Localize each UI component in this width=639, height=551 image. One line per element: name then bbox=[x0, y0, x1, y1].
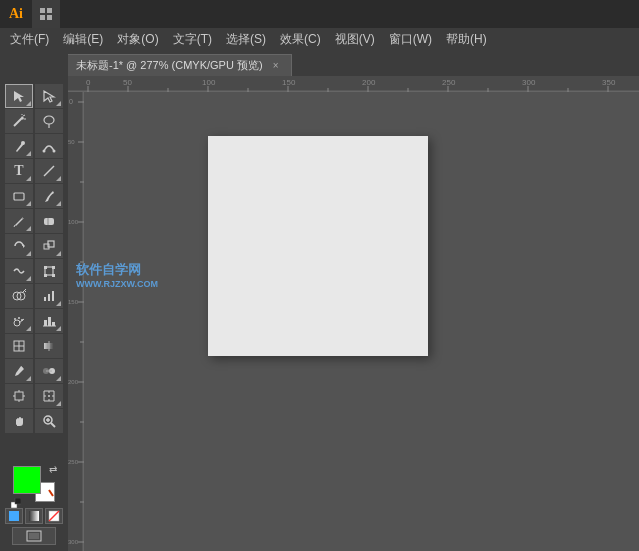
svg-line-8 bbox=[23, 115, 25, 116]
svg-rect-3 bbox=[47, 15, 52, 20]
svg-rect-68 bbox=[15, 498, 21, 504]
eyedropper-tool[interactable] bbox=[5, 359, 33, 383]
symbol-sprayer-tool[interactable] bbox=[5, 309, 33, 333]
menu-window[interactable]: 窗口(W) bbox=[383, 29, 438, 50]
svg-text:0: 0 bbox=[69, 98, 73, 105]
svg-rect-41 bbox=[44, 320, 47, 326]
swap-colors-icon[interactable]: ⇄ bbox=[49, 464, 57, 475]
tool-bottom-area: ⇄ bbox=[0, 464, 68, 551]
tool-row-6 bbox=[3, 209, 65, 233]
menu-file[interactable]: 文件(F) bbox=[4, 29, 55, 50]
paintbrush-tool[interactable] bbox=[35, 184, 63, 208]
type-tool[interactable]: T bbox=[5, 159, 33, 183]
main-area: T bbox=[0, 76, 639, 551]
lasso-tool[interactable] bbox=[35, 109, 63, 133]
tool-row-4: T bbox=[3, 159, 65, 183]
shape-tool[interactable] bbox=[5, 184, 33, 208]
warp-tool[interactable] bbox=[5, 259, 33, 283]
watermark: 软件自学网 WWW.RJZXW.COM bbox=[76, 261, 158, 291]
tool-row-2 bbox=[3, 109, 65, 133]
fill-color-swatch[interactable] bbox=[13, 466, 41, 494]
zoom-tool[interactable] bbox=[35, 409, 63, 433]
active-tab[interactable]: 未标题-1* @ 277% (CMYK/GPU 预览) × bbox=[68, 54, 292, 76]
svg-point-38 bbox=[18, 317, 20, 319]
svg-rect-26 bbox=[52, 266, 55, 269]
column-graph-tool[interactable] bbox=[35, 309, 63, 333]
pen-tool[interactable] bbox=[5, 134, 33, 158]
tool-row-1 bbox=[3, 84, 65, 108]
svg-rect-27 bbox=[44, 274, 47, 277]
tool-row-14 bbox=[3, 409, 65, 433]
free-transform-tool[interactable] bbox=[35, 259, 63, 283]
menu-type[interactable]: 文字(T) bbox=[167, 29, 218, 50]
toolbar: T bbox=[0, 76, 68, 551]
tab-bar: 未标题-1* @ 277% (CMYK/GPU 预览) × bbox=[0, 50, 639, 76]
svg-marker-4 bbox=[14, 91, 24, 102]
svg-line-18 bbox=[14, 225, 15, 227]
svg-rect-42 bbox=[48, 317, 51, 326]
app-grid-button[interactable] bbox=[32, 0, 60, 28]
svg-marker-21 bbox=[23, 244, 25, 248]
menu-effect[interactable]: 效果(C) bbox=[274, 29, 327, 50]
mesh-tool[interactable] bbox=[5, 334, 33, 358]
svg-rect-35 bbox=[52, 291, 54, 301]
menu-select[interactable]: 选择(S) bbox=[220, 29, 272, 50]
chart-tool[interactable] bbox=[35, 284, 63, 308]
svg-text:200: 200 bbox=[362, 78, 376, 87]
svg-text:300: 300 bbox=[522, 78, 536, 87]
svg-text:350: 350 bbox=[602, 78, 616, 87]
rotate-tool[interactable] bbox=[5, 234, 33, 258]
eraser-tool[interactable] bbox=[35, 209, 63, 233]
line-tool[interactable] bbox=[35, 159, 63, 183]
menu-view[interactable]: 视图(V) bbox=[329, 29, 381, 50]
svg-line-6 bbox=[14, 118, 22, 126]
shape-builder-tool[interactable] bbox=[5, 284, 33, 308]
svg-rect-54 bbox=[15, 392, 23, 400]
blend-tool[interactable] bbox=[35, 359, 63, 383]
svg-marker-5 bbox=[44, 91, 54, 102]
screen-mode-button[interactable] bbox=[12, 527, 56, 545]
svg-text:150: 150 bbox=[68, 299, 79, 305]
svg-rect-34 bbox=[48, 294, 50, 301]
svg-text:100: 100 bbox=[202, 78, 216, 87]
tool-row-7 bbox=[3, 234, 65, 258]
tool-row-8 bbox=[3, 259, 65, 283]
pencil-tool[interactable] bbox=[5, 209, 33, 233]
svg-rect-43 bbox=[52, 322, 55, 326]
menu-edit[interactable]: 编辑(E) bbox=[57, 29, 109, 50]
tab-close-button[interactable]: × bbox=[269, 59, 283, 73]
svg-line-63 bbox=[51, 423, 55, 427]
slice-tool[interactable] bbox=[35, 384, 63, 408]
svg-text:0: 0 bbox=[86, 78, 91, 87]
direct-selection-tool[interactable] bbox=[35, 84, 63, 108]
menu-object[interactable]: 对象(O) bbox=[111, 29, 164, 50]
gradient-mode-button[interactable] bbox=[25, 508, 43, 524]
watermark-text-2: WWW.RJZXW.COM bbox=[76, 279, 158, 291]
curvature-tool[interactable] bbox=[35, 134, 63, 158]
tool-row-10 bbox=[3, 309, 65, 333]
svg-rect-70 bbox=[29, 511, 39, 521]
none-mode-button[interactable] bbox=[45, 508, 63, 524]
svg-rect-33 bbox=[44, 297, 46, 301]
svg-rect-25 bbox=[44, 266, 47, 269]
svg-text:250: 250 bbox=[442, 78, 456, 87]
svg-text:50: 50 bbox=[123, 78, 132, 87]
hand-tool[interactable] bbox=[5, 409, 33, 433]
svg-text:150: 150 bbox=[282, 78, 296, 87]
magic-wand-tool[interactable] bbox=[5, 109, 33, 133]
svg-text:100: 100 bbox=[68, 219, 79, 225]
selection-tool[interactable] bbox=[5, 84, 33, 108]
ai-logo: Ai bbox=[0, 0, 32, 28]
tool-row-13 bbox=[3, 384, 65, 408]
tab-title: 未标题-1* @ 277% (CMYK/GPU 预览) bbox=[76, 58, 263, 73]
scale-tool[interactable] bbox=[35, 234, 63, 258]
reset-colors-icon[interactable] bbox=[11, 494, 21, 504]
menu-help[interactable]: 帮助(H) bbox=[440, 29, 493, 50]
menu-bar: 文件(F) 编辑(E) 对象(O) 文字(T) 选择(S) 效果(C) 视图(V… bbox=[0, 28, 639, 50]
svg-rect-1 bbox=[47, 8, 52, 13]
gradient-tool[interactable] bbox=[35, 334, 63, 358]
watermark-text-1: 软件自学网 bbox=[76, 261, 158, 279]
svg-point-15 bbox=[53, 150, 56, 153]
artboard-tool[interactable] bbox=[5, 384, 33, 408]
color-mode-button[interactable] bbox=[5, 508, 23, 524]
